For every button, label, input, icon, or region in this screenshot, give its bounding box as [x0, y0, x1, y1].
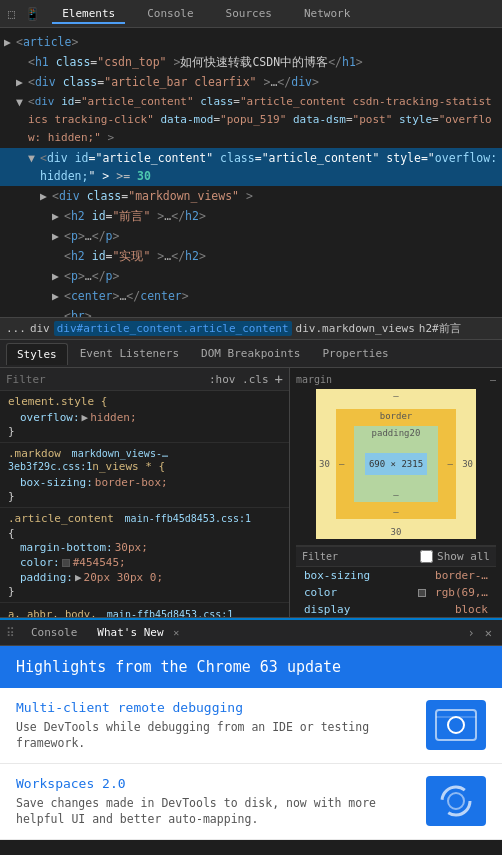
toggle-markdown-inner[interactable]: ▶ [40, 187, 52, 205]
tree-line-h1[interactable]: <h1 class="csdn_top" >如何快速转载CSDN中的博客</h1… [0, 52, 502, 72]
box-model-panel: margin – – 30 30 30 border – – – [290, 368, 502, 617]
margin-right-value: 30 [462, 459, 473, 469]
breadcrumb-div[interactable]: div [30, 322, 50, 335]
box-content: 690 × 2315 [365, 453, 427, 475]
tree-line-markdown-inner[interactable]: ▶ <div class="markdown_views" > [0, 186, 502, 206]
toggle-h2-preface[interactable]: ▶ [52, 207, 64, 225]
tab-console[interactable]: Console [137, 3, 203, 24]
margin-top-value: – [393, 391, 398, 401]
show-all-checkbox[interactable] [420, 550, 433, 563]
tree-line-article-bar[interactable]: ▶ <div class="article_bar clearfix" >…</… [0, 72, 502, 92]
breadcrumb-article-content[interactable]: div#article_content.article_content [54, 321, 292, 336]
border-right-dash: – [448, 459, 453, 469]
thumbnail-icon-1 [431, 781, 481, 821]
computed-color: color rgb(69,… [296, 584, 496, 601]
tree-content-h2-impl: <h2 id="实现" >…</h2> [64, 247, 498, 265]
border-bottom-dash: – [393, 507, 398, 517]
breadcrumb-markdown[interactable]: div.markdown_views [296, 322, 415, 335]
tree-line-center[interactable]: ▶ <center>…</center> [0, 286, 502, 306]
tree-line-h2-impl[interactable]: <h2 id="实现" >…</h2> [0, 246, 502, 266]
tree-content-article-bar: <div class="article_bar clearfix" >…</di… [28, 73, 498, 91]
tab-console-bottom[interactable]: Console [21, 622, 87, 643]
margin-bottom-value: 30 [391, 527, 402, 537]
style-rule-global: a, abbr, body, main-ffb45d8453.css:1 but… [0, 603, 289, 617]
box-model-margin-label: margin [296, 374, 332, 385]
tree-line-markdown-views[interactable]: ▼ <div id="article_content" class="artic… [0, 148, 502, 186]
computed-display: display block [296, 601, 496, 617]
toggle-article[interactable]: ▶ [4, 33, 16, 51]
tree-line-p1[interactable]: ▶ <p>…</p> [0, 226, 502, 246]
tab-elements[interactable]: Elements [52, 3, 125, 24]
tab-whatsnew[interactable]: What's New ✕ [87, 622, 189, 643]
tree-content-center: <center>…</center> [64, 287, 498, 305]
box-padding: padding20 – 690 × 2315 [354, 426, 438, 502]
tab-sources[interactable]: Sources [216, 3, 282, 24]
styles-filter-bar: :hov .cls + [0, 368, 289, 391]
tree-line-article[interactable]: ▶ <article> [0, 32, 502, 52]
whatsnew-item-title-1: Workspaces 2.0 [16, 776, 414, 791]
svg-point-3 [442, 787, 470, 815]
panel-tabs: Styles Event Listeners DOM Breakpoints P… [0, 340, 502, 368]
whatsnew-thumbnail-1 [426, 776, 486, 826]
style-link-markdown[interactable]: markdown_views-…3eb3f29c.css:1 [8, 448, 168, 472]
toggle-article-bar[interactable]: ▶ [16, 73, 28, 91]
tab-dom-breakpoints[interactable]: DOM Breakpoints [191, 343, 310, 364]
whatsnew-item-title-0: Multi-client remote debugging [16, 700, 414, 715]
tree-line-br[interactable]: <br> [0, 306, 502, 318]
whatsnew-panel: Highlights from the Chrome 63 update Mul… [0, 646, 502, 840]
bottom-tab-bar: ⠿ Console What's New ✕ › ✕ [0, 618, 502, 646]
style-link-article[interactable]: main-ffb45d8453.css:1 [125, 513, 251, 524]
color-swatch[interactable] [62, 559, 70, 567]
computed-filter-label: Filter [302, 551, 420, 562]
style-prop-boxsizing: box-sizing: border-box; [8, 475, 281, 490]
breadcrumb: ... div div#article_content.article_cont… [0, 318, 502, 340]
computed-box-sizing: box-sizing border-… [296, 567, 496, 584]
toggle-center[interactable]: ▶ [52, 287, 64, 305]
chevron-right-icon[interactable]: › [462, 626, 481, 640]
device-icon[interactable]: 📱 [25, 7, 40, 21]
close-console-icon[interactable]: ✕ [481, 626, 496, 640]
style-selector-global: a, abbr, body, main-ffb45d8453.css:1 but… [8, 607, 281, 617]
toggle-p2[interactable]: ▶ [52, 267, 64, 285]
border-label: border [380, 411, 413, 421]
whatsnew-item-text-1: Workspaces 2.0 Save changes made in DevT… [16, 776, 414, 827]
tab-properties[interactable]: Properties [312, 343, 398, 364]
whatsnew-item-desc-1: Save changes made in DevTools to disk, n… [16, 795, 414, 827]
toggle-p1[interactable]: ▶ [52, 227, 64, 245]
tree-content-markdown-views: <div id="article_content" class="article… [40, 149, 498, 185]
breadcrumb-h2[interactable]: h2#前言 [419, 321, 461, 336]
styles-filter-input[interactable] [6, 373, 203, 386]
whatsnew-close-icon[interactable]: ✕ [173, 627, 179, 638]
tree-line-h2-preface[interactable]: ▶ <h2 id="前言" >…</h2> [0, 206, 502, 226]
computed-section: Filter Show all box-sizing border-… colo… [296, 545, 496, 617]
overflow-arrow-icon[interactable]: ▶ [82, 411, 89, 424]
box-model-dash: – [490, 374, 496, 385]
tree-line-p2[interactable]: ▶ <p>…</p> [0, 266, 502, 286]
tree-content-p1: <p>…</p> [64, 227, 498, 245]
whatsnew-thumbnail-0 [426, 700, 486, 750]
svg-rect-0 [436, 710, 476, 740]
filter-pseudo[interactable]: :hov .cls [209, 373, 269, 386]
toggle-markdown-views[interactable]: ▼ [28, 149, 40, 167]
whatsnew-item-text-0: Multi-client remote debugging Use DevToo… [16, 700, 414, 751]
tab-styles[interactable]: Styles [6, 343, 68, 365]
tree-line-article-content-outer[interactable]: ▼ <div id="article_content" class="artic… [0, 92, 502, 148]
inspect-icon[interactable]: ⬚ [8, 7, 15, 21]
whatsnew-header: Highlights from the Chrome 63 update [0, 646, 502, 688]
box-border: border – – – padding20 – 690 × 2315 [336, 409, 456, 519]
style-prop-color: color: #454545; [8, 555, 281, 570]
style-prop-margin-bottom: margin-bottom: 30px; [8, 540, 281, 555]
style-rule-article-content: .article_content main-ffb45d8453.css:1 {… [0, 508, 289, 603]
svg-point-1 [448, 717, 464, 733]
tab-network[interactable]: Network [294, 3, 360, 24]
add-style-rule-button[interactable]: + [275, 371, 283, 387]
breadcrumb-ellipsis[interactable]: ... [6, 322, 26, 335]
padding-arrow-icon[interactable]: ▶ [75, 571, 82, 584]
whatsnew-item-0: Multi-client remote debugging Use DevToo… [0, 688, 502, 764]
bottom-menu-icon[interactable]: ⠿ [6, 626, 15, 640]
toolbar-icons: ⬚ 📱 [8, 7, 40, 21]
tab-event-listeners[interactable]: Event Listeners [70, 343, 189, 364]
styles-panel: :hov .cls + element.style { overflow: ▶ … [0, 368, 502, 618]
style-link-global[interactable]: main-ffb45d8453.css:1 [107, 609, 233, 617]
toggle-article-content-outer[interactable]: ▼ [16, 93, 28, 111]
